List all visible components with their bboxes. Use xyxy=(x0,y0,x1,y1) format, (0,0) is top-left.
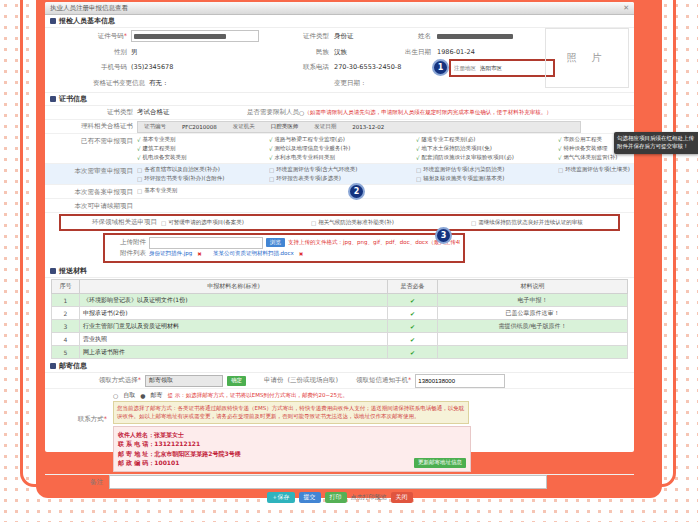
contact-body: ○ 自取 ● 邮寄 提 示：如选择邮寄方式，证书将以EMS到付方式寄出，邮费约2… xyxy=(107,391,630,472)
upload-file-input[interactable] xyxy=(149,237,263,249)
required-check-icon: ✔ xyxy=(388,307,438,320)
group-label: 本次需审查申报项目 xyxy=(49,165,137,183)
row-number: 5 xyxy=(52,346,80,359)
material-name[interactable]: 行业主管部门意见以及资质证明材料 xyxy=(80,320,388,333)
checkbox-icon: √ xyxy=(269,146,273,152)
close-button[interactable]: 关闭 xyxy=(391,492,413,503)
cert-group-3: 本次可申请续期项目 xyxy=(45,199,634,213)
print-preview-note: 点击打印预览 xyxy=(351,493,387,502)
checkbox-item[interactable]: √燃气气体类别监管(补) xyxy=(558,154,638,161)
footer-toolbar: ＋保存 提交 打印 点击打印预览 关闭 xyxy=(45,490,634,506)
checkbox-icon: □ xyxy=(416,176,421,182)
checkbox-item[interactable]: √测绘以及地理信息专业服务(补) xyxy=(269,145,416,152)
cert-type-label: 证书类型 xyxy=(49,108,137,117)
material-name[interactable]: 《环境影响登记表》以及证明文件(1份) xyxy=(80,294,388,307)
update-address-button[interactable]: 更新邮寄地址信息 xyxy=(414,458,466,468)
checkbox-item[interactable]: √隧道专业工程类别(必) xyxy=(416,136,558,143)
remark-input[interactable] xyxy=(109,475,547,489)
confirm-button[interactable]: 确定 xyxy=(227,376,246,386)
gender-value: 男 xyxy=(131,48,138,57)
checkbox-item[interactable]: □基本专业类别 xyxy=(137,187,269,194)
radio-off-icon[interactable]: ○ xyxy=(113,392,118,399)
checkbox-item[interactable]: □环评报告表类专项(多选类) xyxy=(269,175,416,182)
checkbox-item[interactable]: □相关气候防治类标准补助类(补) xyxy=(311,219,471,226)
print-button[interactable]: 打印 xyxy=(325,492,347,503)
birth-label: 出生日期 xyxy=(375,48,431,57)
col-header: 序号 xyxy=(52,280,80,294)
material-name[interactable]: 网上承诺书附件 xyxy=(80,346,388,359)
material-name[interactable]: 营业执照 xyxy=(80,333,388,346)
sms-phone-input[interactable] xyxy=(415,374,505,388)
upload-format-note: 支持上传的文件格式：jpg、png、gif、pdf、doc、docx（最大上传4… xyxy=(288,239,460,246)
row-number: 1 xyxy=(52,294,80,307)
cert-group-0: 已有不需申报项目√基本专业类别√道路与桥梁工程专业监理(必)√隧道专业工程类别(… xyxy=(45,134,634,164)
checkbox-item[interactable]: □各省直辖市以及自治区类(补办) xyxy=(137,166,269,173)
checkbox-icon: √ xyxy=(416,146,420,152)
checkbox-item[interactable]: √基本专业类别 xyxy=(137,136,269,143)
recipient-line: 邮 寄 地 址：北京市朝阳区某某路2号院3号楼 xyxy=(118,449,466,459)
checkbox-icon: □ xyxy=(137,188,142,194)
checkbox-item[interactable]: □环境监测评估专项(含大气环境类) xyxy=(269,166,416,173)
checkbox-item-label: 相关气候防治类标准补助类(补) xyxy=(318,219,394,226)
id-number-input[interactable] xyxy=(131,30,259,42)
checkbox-item-label: 市政公用工程类 xyxy=(564,136,603,143)
browse-button[interactable]: 浏览 xyxy=(266,238,285,247)
group-label: 本次需备案申报项目 xyxy=(49,186,137,197)
checkbox-icon: □ xyxy=(269,167,274,173)
checkbox-item-label: 测绘以及地理信息专业服务(补) xyxy=(275,145,351,152)
radio-self-label[interactable]: 自取 xyxy=(123,391,135,400)
submit-button[interactable]: 提交 xyxy=(299,492,321,503)
step-2-badge: 2 xyxy=(348,183,365,200)
contact-label: 联系方式* xyxy=(49,391,107,472)
checkbox-item[interactable]: √水利水电类专业科目类别 xyxy=(269,154,416,161)
step-3-badge: 3 xyxy=(435,227,452,244)
row-number: 3 xyxy=(52,320,80,333)
group-items: □基本专业类别 xyxy=(137,186,630,197)
group-line: □各省直辖市以及自治区类(补办)□环境监测评估专项(含大气环境类)□环境监测评估… xyxy=(137,165,630,174)
checkbox-item[interactable]: √建筑工程类别 xyxy=(137,145,269,152)
remark-label: 备注 xyxy=(49,478,103,487)
checkbox-item[interactable]: √道路与桥梁工程专业监理(必) xyxy=(269,136,416,143)
checkbox-icon: □ xyxy=(137,167,142,173)
group-line: √建筑工程类别√测绘以及地理信息专业服务(补)√地下水土保持防治类项目(免)√特… xyxy=(137,144,630,153)
cert-type-value: 考试合格证 xyxy=(137,108,247,117)
upload-box: 上传附件 浏览 支持上传的文件格式：jpg、png、gif、pdf、doc、do… xyxy=(103,233,465,263)
col-header: 材料说明 xyxy=(438,280,628,294)
checkbox-item[interactable]: □环境监测评估专项(水污染防治类) xyxy=(416,166,558,173)
section-materials-title: 报送材料 xyxy=(59,266,87,276)
delete-attachment-icon[interactable]: ✖ xyxy=(197,251,202,257)
checkbox-item-label: 环境监测评估专项(土壤类) xyxy=(565,166,630,173)
checkbox-item[interactable]: □可暂缓申请的选申项目(备案类) xyxy=(161,219,311,226)
group-line: □基本专业类别 xyxy=(137,186,630,195)
save-button[interactable]: ＋保存 xyxy=(267,492,295,503)
attachment-link[interactable]: 身份证扫描件.jpg xyxy=(149,250,192,257)
delete-attachment-icon[interactable]: ✖ xyxy=(299,251,304,257)
checkbox-item-label: 环评报告表类专项(多选类) xyxy=(276,175,341,182)
cert-detail-strip: 证书编号 PFC2010008 发证机关 口腔类医师 发证日期 2013-12-… xyxy=(137,121,581,133)
checkbox-icon: √ xyxy=(269,137,273,143)
checkbox-item-label: 燃气气体类别监管(补) xyxy=(564,154,618,161)
mail-icon xyxy=(50,363,56,369)
checkbox-item[interactable]: √机电设备安装类别 xyxy=(137,154,269,161)
table-row: 2申报承诺书(2份)✔已盖公章原件送审！ xyxy=(52,307,628,320)
checkbox-item[interactable]: □环境监测评估专项(土壤类) xyxy=(558,166,638,173)
checkbox-item[interactable]: □环评报告书类专项(补办)(含附件) xyxy=(137,175,269,182)
method-select[interactable]: 邮寄领取 xyxy=(145,375,223,387)
radio-on-icon[interactable]: ● xyxy=(140,392,145,399)
checkbox-item[interactable]: □辐射及核设施类专项监测(基本类) xyxy=(416,175,558,182)
radio-mail-label[interactable]: 邮寄 xyxy=(151,391,163,400)
region-label: 注册地区 xyxy=(454,65,476,72)
delivery-radio-line: ○ 自取 ● 邮寄 提 示：如选择邮寄方式，证书将以EMS到付方式寄出，邮费约2… xyxy=(113,391,630,400)
checkbox-item[interactable]: √配套消防设施设计及审核验收项目(必) xyxy=(416,154,558,161)
close-icon[interactable]: ✕ xyxy=(623,4,629,12)
section-delivery-header: 邮寄信息 xyxy=(45,360,634,373)
section-cert-title: 证书信息 xyxy=(59,94,87,104)
material-name[interactable]: 申报承诺书(2份) xyxy=(80,307,388,320)
attachment-list-label: 附件列表 xyxy=(108,249,146,258)
checkbox-item-label: 建筑工程类别 xyxy=(143,145,176,152)
attachment-link[interactable]: 某某公司资质证明材料扫描.docx xyxy=(213,250,294,257)
issue-date-value: 2013-12-02 xyxy=(352,124,384,130)
checkbox-item[interactable]: √地下水土保持防治类项目(免) xyxy=(416,145,558,152)
checkbox-item[interactable]: □需继续保持防范状态良好并连续认证的审核 xyxy=(471,219,583,226)
select-project-box: 环保领域相关选申项目 □可暂缓申请的选申项目(备案类)□相关气候防治类标准补助类… xyxy=(59,214,620,231)
